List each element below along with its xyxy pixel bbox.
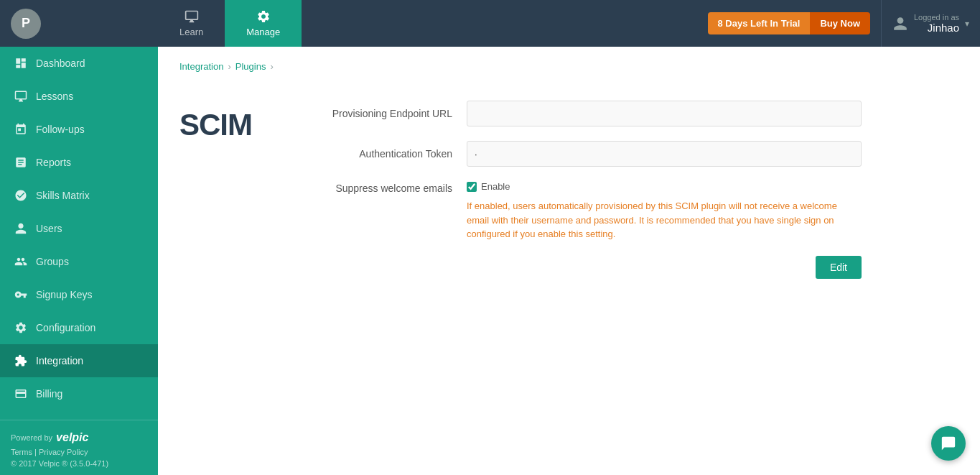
edit-button[interactable]: Edit	[816, 256, 862, 279]
terms-link[interactable]: Terms	[11, 448, 32, 456]
user-info: Logged in as Jinhao	[914, 13, 959, 34]
enable-label: Enable	[481, 181, 510, 192]
buy-now-button[interactable]: Buy Now	[810, 12, 870, 34]
nav-item-manage[interactable]: Manage	[225, 0, 302, 47]
suppress-label: Suppress welcome emails	[323, 181, 452, 194]
plugin-section: SCIM Provisioning Endpoint URL Authentic…	[179, 86, 958, 293]
provisioning-input[interactable]	[467, 101, 862, 126]
users-icon	[14, 222, 27, 235]
enable-checkbox[interactable]	[467, 182, 477, 192]
edit-btn-row: Edit	[323, 256, 862, 279]
powered-by: Powered by velpic	[11, 431, 147, 444]
integration-icon	[14, 354, 27, 367]
auth-token-label: Authentication Token	[323, 148, 452, 160]
user-avatar[interactable]: P	[11, 9, 41, 39]
sidebar-footer: Powered by velpic Terms | Privacy Policy…	[0, 420, 158, 475]
followups-icon	[14, 123, 27, 136]
nav-right: 8 Days Left In Trial Buy Now Logged in a…	[708, 0, 981, 47]
trial-badge: 8 Days Left In Trial Buy Now	[708, 12, 871, 34]
sidebar: Dashboard Lessons Follow-ups Reports Ski…	[0, 47, 158, 475]
enable-checkbox-row: Enable	[467, 181, 862, 192]
nav-items: Learn Manage	[158, 0, 708, 47]
auth-token-row: Authentication Token	[323, 141, 862, 167]
sidebar-item-users[interactable]: Users	[0, 212, 158, 245]
dashboard-icon	[14, 57, 27, 70]
billing-icon	[14, 387, 27, 400]
info-text: If enabled, users automatically provisio…	[467, 199, 862, 241]
chat-icon	[941, 435, 956, 451]
sidebar-item-followups[interactable]: Follow-ups	[0, 113, 158, 146]
gear-icon	[256, 9, 271, 24]
sidebar-item-skills-matrix[interactable]: Skills Matrix	[0, 179, 158, 212]
logged-in-as-label: Logged in as	[914, 13, 959, 22]
nav-item-learn[interactable]: Learn	[158, 0, 225, 47]
main-content: Integration › Plugins › SCIM Provisionin…	[158, 47, 980, 475]
velpic-logo: velpic	[56, 431, 88, 444]
key-icon	[14, 288, 27, 301]
sidebar-item-dashboard[interactable]: Dashboard	[0, 47, 158, 80]
monitor-icon	[185, 9, 199, 24]
copyright: © 2017 Velpic ® (3.5.0-471)	[11, 459, 147, 468]
sidebar-item-lessons[interactable]: Lessons	[0, 80, 158, 113]
sidebar-item-integration[interactable]: Integration	[0, 344, 158, 377]
trial-text: 8 Days Left In Trial	[708, 12, 811, 34]
configuration-icon	[14, 321, 27, 334]
sidebar-item-reports[interactable]: Reports	[0, 146, 158, 179]
lessons-icon	[14, 90, 27, 103]
chevron-down-icon[interactable]: ▾	[965, 19, 969, 29]
username-label: Jinhao	[914, 22, 959, 34]
breadcrumb-sep2: ›	[270, 61, 273, 72]
sidebar-item-billing[interactable]: Billing	[0, 377, 158, 410]
main-layout: Dashboard Lessons Follow-ups Reports Ski…	[0, 47, 980, 475]
privacy-link[interactable]: Privacy Policy	[39, 448, 88, 456]
form-section: Provisioning Endpoint URL Authentication…	[323, 101, 862, 279]
user-icon	[892, 16, 908, 32]
footer-links: Terms | Privacy Policy	[11, 448, 147, 456]
provisioning-row: Provisioning Endpoint URL	[323, 101, 862, 126]
reports-icon	[14, 156, 27, 169]
suppress-row: Suppress welcome emails Enable If enable…	[323, 181, 862, 241]
chat-bubble[interactable]	[931, 426, 966, 461]
sidebar-item-signup-keys[interactable]: Signup Keys	[0, 278, 158, 311]
scim-logo: SCIM	[179, 101, 294, 279]
breadcrumb: Integration › Plugins ›	[179, 61, 958, 72]
logo-area: P	[0, 9, 158, 39]
top-navigation: P Learn Manage 8 Days Left In Trial Buy …	[0, 0, 980, 47]
sidebar-item-groups[interactable]: Groups	[0, 245, 158, 278]
breadcrumb-sep1: ›	[228, 61, 230, 72]
auth-token-input[interactable]	[467, 141, 862, 167]
skills-icon	[14, 189, 27, 202]
breadcrumb-plugins[interactable]: Plugins	[235, 61, 266, 72]
user-area[interactable]: Logged in as Jinhao ▾	[881, 0, 980, 47]
suppress-content: Enable If enabled, users automatically p…	[467, 181, 862, 241]
groups-icon	[14, 255, 27, 268]
sidebar-item-configuration[interactable]: Configuration	[0, 311, 158, 344]
breadcrumb-integration[interactable]: Integration	[179, 61, 223, 72]
provisioning-label: Provisioning Endpoint URL	[323, 108, 452, 119]
